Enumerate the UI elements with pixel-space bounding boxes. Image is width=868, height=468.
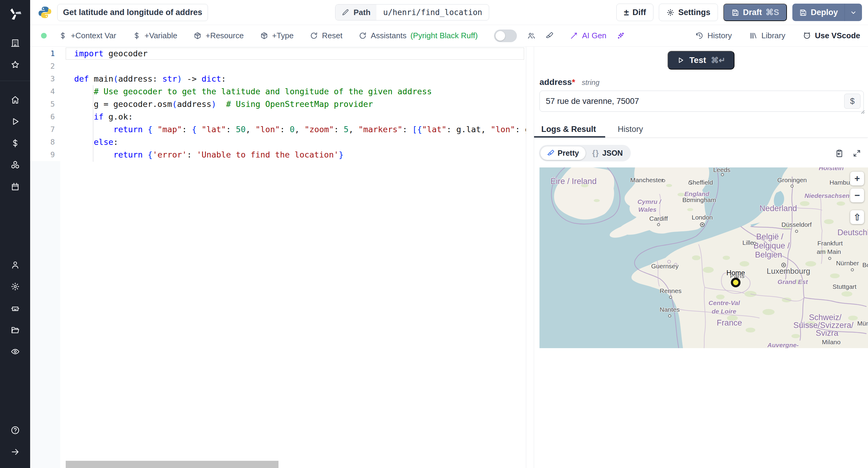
map-label: Hambu	[830, 179, 850, 186]
view-json-button[interactable]: {} JSON	[586, 146, 629, 160]
folder-icon[interactable]	[5, 321, 25, 340]
insert-variable-button[interactable]: $	[844, 94, 861, 109]
line-number: 3	[30, 73, 66, 85]
home-icon[interactable]	[5, 90, 25, 109]
editor-gutter-strip	[30, 161, 60, 468]
help-icon[interactable]	[5, 421, 25, 440]
building-icon[interactable]	[5, 33, 25, 53]
deploy-split-button: Deploy	[792, 4, 862, 21]
add-context-var-label: +Context Var	[71, 31, 116, 40]
path-widget[interactable]: Path u/henri/find_location	[335, 4, 489, 21]
gear-icon	[666, 8, 675, 16]
history-button[interactable]: History	[695, 31, 732, 40]
map-place-dot	[795, 230, 798, 233]
settings-label: Settings	[678, 8, 710, 17]
result-map[interactable]: LeedsÉire / IrelandManchesterSheffieldGr…	[539, 167, 868, 348]
horizontal-scrollbar-thumb[interactable]	[66, 461, 278, 468]
home-marker[interactable]	[731, 278, 741, 287]
code-line: 4 # Use geocoder to get the latitude and…	[30, 85, 526, 98]
code-lines: 1import geocoder23def main(address: str)…	[30, 47, 526, 161]
path-edit-section[interactable]: Path	[336, 4, 376, 20]
map-label: Milano	[822, 338, 841, 346]
code-line: 2	[30, 60, 526, 73]
package-icon	[260, 32, 268, 40]
diff-label: Diff	[632, 8, 646, 17]
use-vscode-button[interactable]: Use VScode	[803, 31, 860, 40]
assistant-toggle[interactable]	[494, 30, 517, 42]
map-label: Nederland	[760, 204, 797, 213]
eye-icon[interactable]	[5, 342, 25, 361]
calendar-icon[interactable]	[5, 177, 25, 196]
add-variable-label: +Variable	[145, 31, 178, 40]
map-reset-view-button[interactable]: ⇧	[850, 210, 864, 224]
line-number: 4	[30, 85, 66, 98]
copy-clipboard-icon[interactable]	[835, 149, 844, 158]
address-input[interactable]	[539, 91, 864, 112]
view-pretty-label: Pretty	[558, 149, 579, 158]
diff-button[interactable]: ± Diff	[616, 4, 653, 21]
test-button[interactable]: Test ⌘↵	[668, 51, 734, 70]
settings-button[interactable]: Settings	[659, 4, 718, 21]
library-button[interactable]: Library	[749, 31, 785, 40]
resize-grip-icon[interactable]	[860, 109, 865, 114]
user-icon[interactable]	[5, 256, 25, 275]
map-place-dot	[687, 199, 690, 202]
map-label: Luxembourg	[767, 267, 810, 276]
map-zoom-in-button[interactable]: +	[850, 172, 864, 186]
panel-splitter[interactable]	[526, 47, 534, 468]
draft-button[interactable]: Draft ⌘S	[723, 4, 787, 21]
map-label: Nantes	[660, 306, 680, 313]
pencil-icon	[341, 8, 349, 16]
play-icon[interactable]	[5, 112, 25, 131]
code-editor[interactable]: 1import geocoder23def main(address: str)…	[30, 47, 526, 468]
rotate-icon	[359, 32, 367, 40]
indent-guide	[93, 85, 93, 162]
deploy-label: Deploy	[811, 8, 838, 17]
add-resource-button[interactable]: +Resource	[193, 31, 244, 40]
required-asterisk: *	[572, 77, 575, 87]
reset-button[interactable]: Reset	[310, 31, 342, 40]
test-label: Test	[689, 56, 706, 65]
map-label: Sheffield	[688, 179, 713, 186]
code-line: 5 g = geocoder.osm(address) # Using Open…	[30, 98, 526, 110]
ai-gen-button[interactable]: AI Gen	[570, 31, 607, 40]
fullscreen-icon[interactable]	[852, 149, 861, 158]
test-shortcut: ⌘↵	[711, 56, 725, 65]
deploy-dropdown-button[interactable]	[844, 4, 862, 21]
app-root: Path u/henri/find_location ± Diff Settin…	[0, 0, 868, 468]
windmill-logo-icon[interactable]	[6, 5, 24, 23]
assistants-button[interactable]: Assistants (Pyright Black Ruff)	[359, 31, 478, 40]
add-context-var-button[interactable]: +Context Var	[59, 31, 116, 40]
format-brush-icon[interactable]	[546, 32, 554, 40]
tab-logs-result[interactable]: Logs & Result	[539, 121, 598, 137]
line-number: 1	[30, 47, 66, 60]
deploy-button[interactable]: Deploy	[792, 4, 844, 21]
robot-icon[interactable]	[5, 299, 25, 318]
add-variable-button[interactable]: +Variable	[133, 31, 178, 40]
line-number: 2	[30, 60, 66, 73]
dollar-icon[interactable]	[5, 133, 25, 153]
tab-history[interactable]: History	[616, 121, 645, 137]
add-type-button[interactable]: +Type	[260, 31, 294, 40]
map-label: Deutschlan	[837, 228, 868, 237]
add-resource-label: +Resource	[206, 31, 244, 40]
arrow-right-icon[interactable]	[5, 442, 25, 461]
map-label: Niedersachsen	[804, 192, 849, 199]
multiplayer-users-icon[interactable]	[527, 32, 535, 40]
braces-icon: {}	[592, 149, 599, 158]
view-pretty-button[interactable]: Pretty	[540, 146, 586, 160]
topbar: Path u/henri/find_location ± Diff Settin…	[30, 0, 868, 25]
sparkles-icon[interactable]	[617, 32, 625, 40]
gear-icon[interactable]	[5, 277, 25, 296]
map-label: Cymru /	[638, 198, 661, 205]
script-title-input[interactable]	[57, 4, 208, 21]
map-place-dot	[669, 296, 672, 299]
star-icon[interactable]	[5, 55, 25, 74]
map-zoom-out-button[interactable]: −	[850, 189, 864, 202]
map-label: Nürnber	[836, 260, 859, 267]
map-label: Leeds	[713, 167, 730, 173]
map-label: Düsseldorf	[781, 221, 812, 228]
map-place-dot	[851, 268, 854, 271]
map-label: am Main	[817, 248, 841, 256]
cubes-icon[interactable]	[5, 155, 25, 174]
